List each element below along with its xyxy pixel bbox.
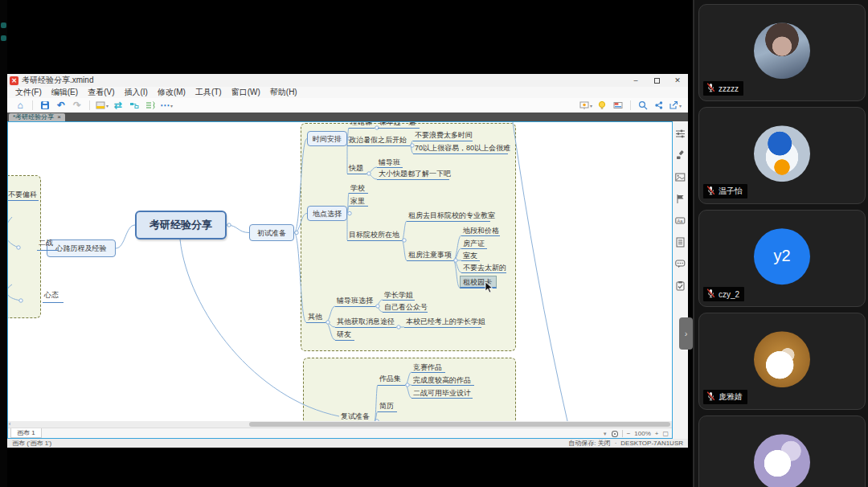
participant-tile[interactable]: y2czy_2 [698, 210, 866, 307]
menu-item[interactable]: 帮助(H) [265, 87, 302, 98]
mindmap-topic[interactable]: 竞赛作品 [411, 362, 445, 373]
slide-panel-icon[interactable] [611, 99, 625, 112]
label-icon[interactable]: Aa [675, 215, 686, 225]
mindmap-topic[interactable]: 心态 [43, 290, 63, 303]
mindmap-topic[interactable]: 简历 [378, 401, 397, 412]
zoom-out-button[interactable]: − [627, 430, 631, 437]
participant-avatar [754, 331, 810, 387]
mindmap-topic[interactable]: 70以上很容易，80以上会很难 [413, 143, 508, 154]
participant-tile[interactable]: 温子怡 [698, 107, 866, 204]
mindmap-topic[interactable]: 考研经验分享 [135, 211, 227, 239]
mindmap-topic[interactable]: 二战可用毕业设计 [411, 388, 473, 399]
format-icon[interactable] [675, 128, 686, 138]
mindmap-topic[interactable]: 辅导班 [377, 158, 403, 168]
zoom-in-button[interactable]: + [655, 430, 659, 437]
export-icon[interactable]: ▾ [668, 99, 682, 112]
mindmap-topic[interactable]: 课本过一遍 [378, 122, 420, 129]
menu-item[interactable]: 插入(I) [119, 87, 152, 98]
mindmap-topic[interactable]: 室友 [461, 251, 480, 261]
mindmap-topic[interactable]: 辅导班选择 [335, 296, 375, 307]
format-painter-icon[interactable] [675, 149, 686, 160]
participants-panel: zzzzz温子怡y2czy_2庞雅婧 [693, 0, 868, 487]
redo-icon[interactable]: ↷ [70, 99, 84, 112]
outline-icon[interactable] [143, 99, 158, 112]
autosave-status: 自动保存: 关闭 [568, 439, 610, 448]
menu-item[interactable]: 编辑(E) [47, 87, 83, 98]
mindmap-topic[interactable]: 研友 [335, 329, 354, 341]
task-icon[interactable] [675, 280, 686, 290]
participant-tile[interactable]: zzzzz [698, 4, 866, 101]
minimize-button[interactable]: – [625, 74, 646, 87]
sheet-tab[interactable]: 画布 1 [10, 428, 42, 438]
mindmap-topic[interactable]: 初试准备 [249, 224, 294, 241]
scroll-left-arrow[interactable]: ‹ [9, 421, 10, 428]
svg-text:Aa: Aa [678, 219, 684, 223]
participant-name: 庞雅婧 [719, 391, 743, 403]
maximize-button[interactable] [646, 74, 667, 87]
mindmap-topic[interactable]: 不要浪费太多时间 [413, 130, 473, 141]
mindmap-topic[interactable]: 自己看公众号 [383, 302, 428, 313]
document-tab[interactable]: *考研经验分享× [9, 113, 65, 121]
mindmap-topic[interactable]: 政治暑假之后开始 [347, 135, 410, 146]
more-icon[interactable]: ⋯▾ [159, 99, 174, 112]
menu-item[interactable]: 修改(M) [153, 87, 190, 98]
mindmap-topic[interactable]: 其他 [306, 312, 326, 323]
mindmap-topic[interactable]: 房产证 [461, 239, 487, 249]
mindmap-topic[interactable]: 二战 [37, 238, 58, 251]
mindmap-topic[interactable]: 本校已经考上的学长学姐 [404, 317, 481, 328]
window-titlebar: ✕ 考研经验分享.xmind – ✕ [7, 74, 688, 87]
menu-item[interactable]: 窗口(W) [227, 87, 265, 98]
map-style-icon[interactable] [127, 99, 141, 112]
menu-item[interactable]: 工具(T) [190, 87, 227, 98]
undo-icon[interactable]: ↶ [54, 99, 68, 112]
mindmap-topic[interactable]: 理论课 [349, 122, 375, 129]
mindmap-topic[interactable]: 目标院校所在地 [347, 230, 402, 241]
present-icon[interactable]: ▾ [579, 99, 593, 112]
mindmap-topic[interactable]: 租房注意事项 [407, 250, 453, 261]
editor-area: 考研经验分享心路历程及经验初试准备时间安排理论课课本过一遍政治暑假之后开始不要浪… [7, 121, 673, 439]
panel-collapse-handle[interactable]: › [679, 317, 693, 350]
toolbar: ⌂↶↷▾⇄⋯▾▾▾ [7, 98, 688, 113]
menu-item[interactable]: 文件(F) [10, 87, 47, 98]
scrollbar-thumb[interactable] [249, 422, 670, 427]
participant-tile[interactable] [698, 415, 866, 487]
mindmap-topic[interactable]: 复试准备 [339, 411, 375, 421]
mindmap-topic[interactable]: 不要偏科 [8, 190, 39, 201]
share-icon[interactable] [652, 99, 666, 112]
notes-icon[interactable] [675, 236, 686, 247]
horizontal-scrollbar[interactable]: ‹ [8, 421, 672, 428]
mindmap-topic[interactable]: 不要去太新的 [461, 263, 506, 273]
participant-name: czy_2 [719, 290, 739, 299]
mindmap-topic[interactable]: 学校 [349, 183, 368, 194]
mindmap-topic[interactable]: 作品集 [378, 374, 405, 386]
insert-image-icon[interactable] [675, 171, 686, 182]
close-button[interactable]: ✕ [667, 74, 688, 87]
mindmap-topic[interactable]: 学长学姐 [383, 290, 415, 301]
mindmap-topic[interactable]: 快题 [347, 163, 366, 174]
home-icon[interactable]: ⌂ [13, 99, 27, 112]
mindmap-topic[interactable]: 地段和价格 [461, 226, 500, 236]
mindmap-canvas[interactable]: 考研经验分享心路历程及经验初试准备时间安排理论课课本过一遍政治暑假之后开始不要浪… [8, 122, 672, 421]
fit-window-icon[interactable]: ▢ [662, 430, 669, 437]
participant-name-chip: czy_2 [703, 287, 744, 301]
structure-icon[interactable]: ⇄ [111, 99, 125, 112]
document-tabbar: *考研经验分享× [7, 113, 688, 121]
mindmap-topic[interactable]: 其他获取消息途径 [335, 317, 396, 328]
pitch-mode-icon[interactable] [612, 431, 618, 437]
mindmap-topic[interactable]: 大小快题都了解一下吧 [377, 169, 449, 180]
mindmap-topic[interactable]: 时间安排 [307, 131, 347, 146]
sheet-filter-icon[interactable]: ▼ [603, 432, 608, 436]
participant-tile[interactable]: 庞雅婧 [698, 313, 866, 410]
comment-icon[interactable] [675, 258, 686, 268]
mindmap-topic[interactable]: 租房去目标院校的专业教室 [407, 211, 490, 222]
sheet-icon[interactable]: ▾ [95, 99, 109, 112]
save-icon[interactable] [38, 99, 52, 112]
mindmap-topic[interactable]: 地点选择 [307, 206, 347, 221]
menu-item[interactable]: 查看(V) [83, 87, 119, 98]
marker-icon[interactable] [675, 193, 686, 203]
idea-icon[interactable] [595, 99, 609, 112]
search-icon[interactable] [636, 99, 650, 112]
mindmap-topic[interactable]: 完成度较高的作品 [411, 375, 474, 386]
mindmap-topic[interactable]: 家里 [349, 196, 368, 207]
tab-close-icon[interactable]: × [57, 113, 61, 121]
